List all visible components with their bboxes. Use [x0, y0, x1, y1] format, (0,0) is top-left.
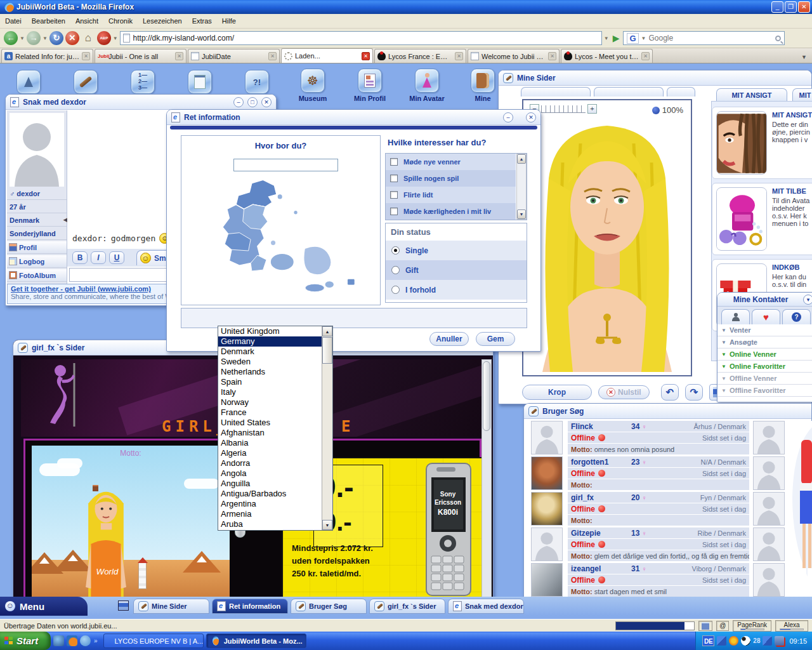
country-option[interactable]: Anguilla: [218, 479, 332, 489]
app-task-ret-information[interactable]: Ret information: [212, 599, 288, 614]
browser-tab[interactable]: Lycos - Meet you there...✕: [561, 49, 653, 63]
user-name[interactable]: izeangel: [571, 564, 631, 573]
tab-mit-2[interactable]: MIT: [792, 88, 812, 101]
search-engine-dropdown[interactable]: ▼: [641, 36, 646, 41]
tab-close-icon[interactable]: ✕: [175, 52, 183, 60]
browser-tab[interactable]: Welcome to Jubii TV - H...✕: [468, 49, 560, 63]
contact-group-row[interactable]: ▼Ansøgte: [717, 336, 812, 348]
checkbox[interactable]: [390, 208, 398, 215]
status-row[interactable]: Single: [386, 241, 527, 260]
tab-close-icon[interactable]: ✕: [82, 52, 90, 60]
scrollbar-thumb[interactable]: [483, 361, 490, 431]
user-photo[interactable]: [531, 421, 563, 454]
editor-tab-bump[interactable]: [521, 87, 591, 96]
interest-row[interactable]: Møde kærligheden i mit liv: [386, 203, 516, 220]
chat-titlebar[interactable]: Snak med dexdor – □ ✕: [6, 95, 276, 110]
country-option[interactable]: Armenia: [218, 509, 332, 519]
country-option[interactable]: Antigua/Barbados: [218, 489, 332, 499]
network-icon[interactable]: [717, 636, 726, 646]
dropdown-scrollbar[interactable]: ▲ ▼: [322, 326, 332, 530]
icon-explore[interactable]: [74, 70, 98, 94]
nulstil-button[interactable]: ✕Nulstil: [598, 385, 650, 399]
krop-button[interactable]: Krop: [522, 385, 592, 400]
zoom-ruler[interactable]: [541, 105, 586, 113]
icon-mine[interactable]: [471, 69, 495, 93]
back-button[interactable]: ←: [4, 31, 18, 45]
country-option[interactable]: Spain: [218, 377, 332, 387]
scrollbar-thumb[interactable]: [322, 337, 332, 364]
user-photo[interactable]: [531, 527, 563, 561]
logbog-button[interactable]: Logbog: [7, 255, 67, 268]
tab-overflow-dropdown[interactable]: ▼: [797, 51, 811, 63]
scroll-down-icon[interactable]: ▼: [322, 520, 332, 530]
maximize-button[interactable]: ❐: [785, 1, 797, 13]
user-name[interactable]: Gitzepie: [571, 529, 631, 538]
undo-button[interactable]: ↶: [661, 384, 679, 401]
icon-min-avatar-label[interactable]: Min Avatar: [398, 95, 455, 102]
browser-tab[interactable]: JubiiDate✕: [188, 49, 280, 63]
search-input[interactable]: [649, 34, 773, 43]
minimize-button[interactable]: _: [771, 1, 783, 13]
status-row[interactable]: I forhold: [386, 280, 527, 300]
menu-item[interactable]: Extras: [187, 15, 217, 27]
tab-close-icon[interactable]: ✕: [455, 52, 463, 60]
country-option[interactable]: Albania: [218, 438, 332, 448]
checkbox[interactable]: [390, 175, 398, 182]
country-option[interactable]: France: [218, 408, 332, 418]
quicklaunch-ie-icon[interactable]: [80, 635, 91, 646]
user-photo[interactable]: [531, 456, 563, 490]
underline-button[interactable]: U: [109, 251, 124, 264]
google-icon[interactable]: G​: [627, 33, 638, 44]
user-avatar-silhouette[interactable]: [753, 563, 785, 597]
contact-group-row[interactable]: ▼Online Venner: [717, 348, 812, 361]
kontakter-collapse-button[interactable]: ▾: [803, 295, 812, 305]
menu-item[interactable]: Lesezeichen: [138, 15, 187, 27]
interest-row[interactable]: Spille nogen spil: [386, 170, 516, 187]
back-dropdown[interactable]: ▼: [20, 36, 25, 41]
user-row[interactable]: Flinck34♀Århus / DenmarkOfflineSidst set…: [531, 421, 786, 456]
italic-button[interactable]: I: [91, 251, 106, 264]
country-option[interactable]: Norway: [218, 397, 332, 408]
close-button[interactable]: ✕: [798, 1, 810, 13]
avatar-image[interactable]: [531, 118, 683, 372]
country-option[interactable]: Germany: [218, 336, 332, 347]
user-name[interactable]: girl_fx: [571, 493, 631, 502]
interest-row[interactable]: Møde nye venner: [386, 154, 516, 170]
user-row[interactable]: girl_fx20♀Fyn / DenmarkOfflineSidst set …: [531, 492, 786, 527]
country-option[interactable]: Denmark: [218, 347, 332, 357]
editor-tab-bump3[interactable]: [667, 87, 695, 96]
tab-close-icon[interactable]: ✕: [641, 52, 650, 60]
adblock-dropdown[interactable]: ▼: [113, 36, 118, 41]
browser-tab[interactable]: Lycos France : Email, S...✕: [374, 49, 466, 63]
update-gear-icon[interactable]: [729, 636, 738, 646]
country-option[interactable]: Italy: [218, 387, 332, 397]
user-avatar-silhouette[interactable]: [753, 421, 785, 454]
forward-button[interactable]: →: [27, 31, 41, 45]
adblock-icon[interactable]: ABP: [97, 31, 111, 45]
user-avatar-silhouette[interactable]: [753, 456, 785, 490]
mit-tilbehor-card[interactable]: MIT TILBE Til din Avata indeholder o.s.v…: [712, 183, 812, 255]
menu-button[interactable]: ☺ Menu: [0, 597, 88, 616]
country-option[interactable]: Algeria: [218, 448, 332, 458]
checkbox[interactable]: [390, 158, 398, 166]
contacts-favorites-tab[interactable]: ♥: [752, 309, 780, 324]
ret-minimize-button[interactable]: –: [503, 112, 513, 123]
quicklaunch-browser-icon[interactable]: [53, 635, 64, 646]
browser-tab[interactable]: aRelated Info for: jubii.fr/✕: [1, 49, 93, 63]
menu-item[interactable]: Chronik: [103, 15, 138, 27]
country-option[interactable]: Andorra: [218, 458, 332, 468]
contact-group-row[interactable]: ▼Offline Venner: [717, 373, 812, 385]
browser-tab[interactable]: Laden...✕: [281, 48, 373, 63]
icon-min-profil-label[interactable]: Min Profil: [341, 95, 398, 102]
menu-item[interactable]: Datei: [0, 15, 27, 27]
address-bar[interactable]: [120, 31, 602, 45]
scene-avatar[interactable]: World: [81, 476, 131, 604]
radio-button[interactable]: [391, 246, 400, 255]
app-task-mine-sider[interactable]: Mine Sider: [133, 599, 209, 614]
user-photo[interactable]: [531, 492, 563, 526]
interest-row[interactable]: Flirte lidt: [386, 187, 516, 203]
alexa-indicator[interactable]: Alexa: [775, 620, 808, 632]
go-button[interactable]: ▶: [611, 33, 622, 43]
city-input[interactable]: [233, 159, 338, 171]
country-option[interactable]: Sweden: [218, 357, 332, 367]
